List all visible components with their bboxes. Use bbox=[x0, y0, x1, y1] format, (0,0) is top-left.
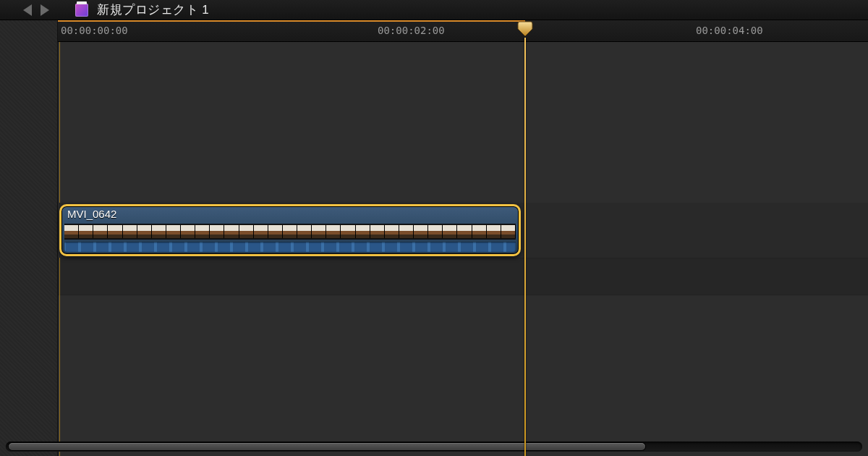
thumbnail-icon bbox=[385, 225, 399, 238]
project-header: 新規プロジェクト 1 bbox=[0, 0, 868, 20]
thumbnail-icon bbox=[152, 225, 166, 238]
thumbnail-icon bbox=[414, 225, 428, 238]
timeline[interactable]: 00:00:00:00 00:00:02:00 00:00:04:00 bbox=[58, 20, 868, 456]
empty-track-space bbox=[58, 42, 868, 203]
horizontal-scrollbar[interactable] bbox=[6, 442, 862, 452]
thumbnail-icon bbox=[108, 225, 122, 238]
clip-filmstrip bbox=[64, 224, 516, 240]
thumbnail-icon bbox=[123, 225, 137, 238]
thumbnail-icon bbox=[443, 225, 457, 238]
playhead-icon bbox=[516, 20, 534, 38]
thumbnail-icon bbox=[166, 225, 181, 238]
timeline-main: 00:00:00:00 00:00:02:00 00:00:04:00 bbox=[0, 20, 868, 456]
thumbnail-icon bbox=[326, 225, 341, 238]
ruler-used-range bbox=[58, 20, 525, 22]
timecode-label: 00:00:00:00 bbox=[61, 25, 128, 36]
thumbnail-icon bbox=[501, 225, 516, 238]
project-title: 新規プロジェクト 1 bbox=[97, 1, 209, 18]
time-ruler[interactable]: 00:00:00:00 00:00:02:00 00:00:04:00 bbox=[58, 20, 868, 42]
thumbnail-icon bbox=[457, 225, 472, 238]
thumbnail-icon bbox=[210, 225, 224, 238]
timecode-label: 00:00:02:00 bbox=[378, 25, 445, 36]
nav-forward-icon[interactable] bbox=[41, 4, 49, 16]
playhead-handle[interactable] bbox=[516, 20, 534, 38]
thumbnail-icon bbox=[370, 225, 385, 238]
project-icon bbox=[75, 4, 88, 17]
primary-storyline[interactable]: MVI_0642 bbox=[58, 203, 868, 258]
timecode-label: 00:00:04:00 bbox=[696, 25, 763, 36]
thumbnail-icon bbox=[137, 225, 152, 238]
scrollbar-thumb[interactable] bbox=[9, 443, 645, 450]
secondary-lane[interactable] bbox=[58, 258, 868, 295]
thumbnail-icon bbox=[312, 225, 326, 238]
thumbnail-icon bbox=[64, 225, 79, 238]
thumbnail-icon bbox=[79, 225, 93, 238]
thumbnail-icon bbox=[195, 225, 210, 238]
thumbnail-icon bbox=[181, 225, 195, 238]
nav-back-icon[interactable] bbox=[23, 4, 32, 16]
thumbnail-icon bbox=[239, 225, 254, 238]
thumbnail-icon bbox=[487, 225, 501, 238]
thumbnail-icon bbox=[472, 225, 487, 238]
thumbnail-icon bbox=[268, 225, 283, 238]
video-editor-timeline: 新規プロジェクト 1 00:00:00:00 00:00:02:00 00:00… bbox=[0, 0, 868, 456]
thumbnail-icon bbox=[297, 225, 312, 238]
playhead-line[interactable] bbox=[524, 38, 526, 456]
thumbnail-icon bbox=[356, 225, 370, 238]
thumbnail-icon bbox=[224, 225, 239, 238]
thumbnail-icon bbox=[399, 225, 414, 238]
clip-audio-waveform bbox=[64, 242, 516, 252]
thumbnail-icon bbox=[428, 225, 443, 238]
timeline-gutter bbox=[0, 20, 58, 456]
thumbnail-icon bbox=[341, 225, 355, 238]
thumbnail-icon bbox=[283, 225, 297, 238]
thumbnail-icon bbox=[93, 225, 108, 238]
thumbnail-icon bbox=[254, 225, 268, 238]
clip-name-label: MVI_0642 bbox=[61, 206, 519, 220]
tracks-area[interactable]: MVI_0642 bbox=[58, 42, 868, 456]
video-clip[interactable]: MVI_0642 bbox=[59, 204, 521, 256]
